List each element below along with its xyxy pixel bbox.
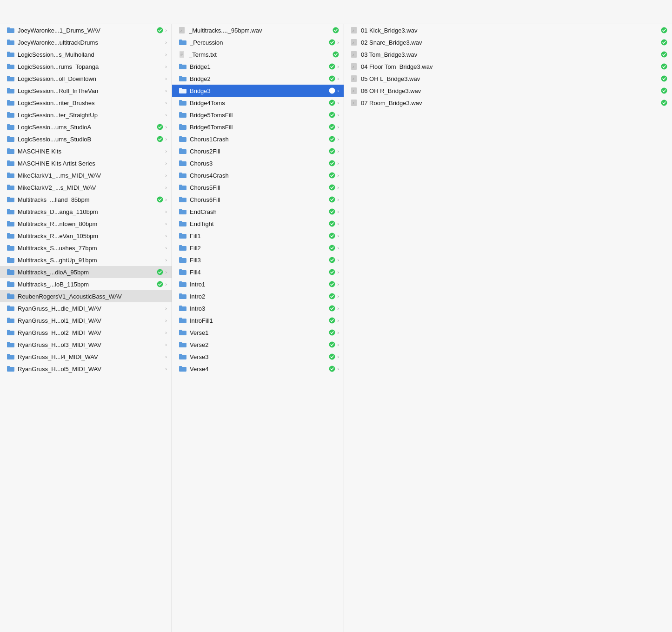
list-item[interactable]: Multitracks_R...ntown_80bpm› [0, 218, 172, 230]
list-item[interactable]: RyanGruss_H...ol2_MIDI_WAV› [0, 326, 172, 339]
list-item[interactable]: ♪_Multitracks...._95bpm.wav [172, 24, 344, 36]
folder-icon [7, 305, 15, 312]
svg-point-15 [329, 64, 335, 70]
folder-icon [179, 317, 187, 324]
list-item[interactable]: LogicSessio...ums_StudioA › [0, 121, 172, 133]
list-item[interactable]: LogicSessio...ums_StudioB › [0, 133, 172, 145]
status-check-icon [329, 245, 335, 251]
list-item[interactable]: Chorus2Fill › [172, 145, 344, 157]
list-item[interactable]: ReubenRogersV1_AcousticBass_WAV [0, 290, 172, 302]
list-item[interactable]: Bridge3 › [172, 85, 344, 97]
list-item[interactable]: Verse2 › [172, 339, 344, 351]
list-item[interactable]: Chorus3 › [172, 157, 344, 169]
svg-point-32 [329, 269, 335, 275]
status-check-icon [329, 220, 335, 227]
list-item[interactable]: _Percussion › [172, 36, 344, 48]
svg-point-43 [661, 27, 667, 33]
item-label: 04 Floor Tom_Bridge3.wav [361, 63, 659, 70]
list-item[interactable]: LogicSession...riter_Brushes› [0, 97, 172, 109]
item-label: Chorus3 [190, 160, 327, 167]
chevron-right-icon: › [165, 52, 167, 57]
list-item[interactable]: Bridge1 › [172, 60, 344, 73]
list-item[interactable]: Fill3 › [172, 254, 344, 266]
list-item[interactable]: EndCrash › [172, 206, 344, 218]
list-item[interactable]: IntroFill1 › [172, 314, 344, 326]
chevron-right-icon: › [337, 306, 339, 311]
status-check-icon [661, 51, 667, 58]
list-item[interactable]: Multitracks_S...ushes_77bpm› [0, 242, 172, 254]
status-check-icon [329, 353, 335, 360]
list-item[interactable]: Intro2 › [172, 290, 344, 302]
list-item[interactable]: RyanGruss_H...dle_MIDI_WAV› [0, 302, 172, 314]
item-label: Verse3 [190, 353, 327, 360]
svg-point-38 [329, 342, 335, 348]
list-item[interactable]: MikeClarkV1_...ms_MIDI_WAV› [0, 169, 172, 181]
list-item[interactable]: RyanGruss_H...ol3_MIDI_WAV› [0, 339, 172, 351]
list-item[interactable]: Multitracks_...dioA_95bpm › [0, 266, 172, 278]
list-item[interactable]: Verse4 › [172, 363, 344, 375]
list-item[interactable]: MikeClarkV2_...s_MIDI_WAV› [0, 181, 172, 193]
svg-text:♪: ♪ [353, 101, 354, 105]
list-item[interactable]: MASCHINE Kits Artist Series› [0, 157, 172, 169]
list-item[interactable]: Intro3 › [172, 302, 344, 314]
list-item[interactable]: Chorus6Fill › [172, 193, 344, 206]
list-item[interactable]: RyanGruss_H...ol1_MIDI_WAV› [0, 314, 172, 326]
list-item[interactable]: JoeyWaronke...ultitrackDrums› [0, 36, 172, 48]
list-item[interactable]: Multitracks_...ioB_115bpm › [0, 278, 172, 290]
list-item[interactable]: EndTight › [172, 218, 344, 230]
list-item[interactable]: LogicSession...oll_Downtown› [0, 73, 172, 85]
list-item[interactable]: Bridge2 › [172, 73, 344, 85]
folder-icon [179, 281, 187, 287]
list-item[interactable]: RyanGruss_H...l4_MIDI_WAV› [0, 351, 172, 363]
list-item[interactable]: LogicSession...s_Mulholland› [0, 48, 172, 60]
item-label: MikeClarkV2_...s_MIDI_WAV [18, 184, 163, 191]
chevron-right-icon: › [165, 209, 167, 214]
list-item[interactable]: Multitracks_...lland_85bpm › [0, 193, 172, 206]
list-item[interactable]: JoeyWaronke...1_Drums_WAV › [0, 24, 172, 36]
list-item[interactable]: Bridge5TomsFill › [172, 109, 344, 121]
folder-icon [179, 39, 187, 46]
list-item[interactable]: Multitracks_R...eVan_105bpm› [0, 230, 172, 242]
folder-icon [7, 87, 15, 94]
chevron-right-icon: › [337, 185, 339, 190]
list-item[interactable]: LogicSession...ter_StraightUp› [0, 109, 172, 121]
list-item[interactable]: Bridge6TomsFill › [172, 121, 344, 133]
list-item[interactable]: Verse1 › [172, 326, 344, 339]
list-item[interactable]: _Terms.txt [172, 48, 344, 60]
item-label: 07 Room_Bridge3.wav [361, 100, 659, 106]
list-item[interactable]: LogicSession...rums_Topanga› [0, 60, 172, 73]
view-button[interactable] [631, 10, 639, 14]
svg-text:♪: ♪ [353, 28, 354, 33]
list-item[interactable]: Bridge4Toms › [172, 97, 344, 109]
list-item[interactable]: ♪03 Tom_Bridge3.wav [344, 48, 672, 60]
list-item[interactable]: Fill2 › [172, 242, 344, 254]
list-item[interactable]: ♪05 OH L_Bridge3.wav [344, 73, 672, 85]
list-item[interactable]: ♪07 Room_Bridge3.wav [344, 97, 672, 109]
svg-point-1 [157, 124, 163, 130]
list-item[interactable]: Multitracks_D...anga_110bpm› [0, 206, 172, 218]
list-item[interactable]: ♪04 Floor Tom_Bridge3.wav [344, 60, 672, 73]
list-item[interactable]: ♪01 Kick_Bridge3.wav [344, 24, 672, 36]
status-check-icon [329, 281, 335, 287]
svg-point-58 [661, 88, 667, 94]
list-item[interactable]: Fill1 › [172, 230, 344, 242]
group-by-button[interactable] [653, 10, 661, 14]
list-item[interactable]: LogicSession...Roll_InTheVan› [0, 85, 172, 97]
list-item[interactable]: RyanGruss_H...ol5_MIDI_WAV› [0, 363, 172, 375]
svg-point-16 [329, 76, 335, 82]
list-item[interactable]: ♪06 OH R_Bridge3.wav [344, 85, 672, 97]
list-item[interactable]: MASCHINE Kits› [0, 145, 172, 157]
list-item[interactable]: ♪02 Snare_Bridge3.wav [344, 36, 672, 48]
chevron-right-icon: › [337, 245, 339, 251]
list-item[interactable]: Verse3 › [172, 351, 344, 363]
list-item[interactable]: Fill4 › [172, 266, 344, 278]
list-item[interactable]: Chorus5Fill › [172, 181, 344, 193]
list-item[interactable]: Chorus4Crash › [172, 169, 344, 181]
folder-icon [7, 353, 15, 360]
list-item[interactable]: Multitracks_S...ghtUp_91bpm› [0, 254, 172, 266]
svg-point-25 [329, 185, 335, 191]
folder-icon [179, 112, 187, 118]
folder-icon [7, 366, 15, 372]
list-item[interactable]: Chorus1Crash › [172, 133, 344, 145]
list-item[interactable]: Intro1 › [172, 278, 344, 290]
